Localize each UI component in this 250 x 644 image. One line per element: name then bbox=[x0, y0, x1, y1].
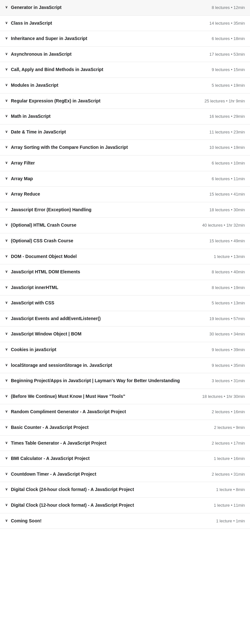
course-section-item[interactable]: ∨ Cookies in javaScript 9 lectures • 39m… bbox=[0, 342, 250, 358]
section-title: JavaScript innerHTML bbox=[11, 285, 58, 291]
section-title: JavaScript Events and addEventListener() bbox=[11, 316, 101, 322]
course-section-item[interactable]: ∨ Regular Expression (RegEx) in JavaScri… bbox=[0, 93, 250, 109]
chevron-icon: ∨ bbox=[5, 99, 8, 103]
course-section-item[interactable]: ∨ (Before We Continue) Must Know | Must … bbox=[0, 389, 250, 405]
section-title: Array Reduce bbox=[11, 191, 40, 197]
course-section-item[interactable]: ∨ JavaScript Events and addEventListener… bbox=[0, 311, 250, 327]
section-left: ∨ Modules in JavaScript bbox=[5, 82, 206, 89]
course-section-item[interactable]: ∨ BMI Calculator - A JavaScript Project … bbox=[0, 451, 250, 467]
course-section-item[interactable]: ∨ Javascript Error (Exception) Handling … bbox=[0, 202, 250, 218]
section-title: Beginning Project/Apps in JavaScript | L… bbox=[11, 378, 180, 384]
section-meta: 40 lectures • 1hr 32min bbox=[202, 223, 245, 228]
section-title: (Before We Continue) Must Know | Must Ha… bbox=[11, 393, 125, 400]
section-left: ∨ Call, Apply and Bind Methods in JavaSc… bbox=[5, 67, 206, 73]
section-meta: 9 lectures • 39min bbox=[212, 347, 245, 352]
section-left: ∨ Regular Expression (RegEx) in JavaScri… bbox=[5, 98, 199, 104]
section-left: ∨ DOM - Document Object Model bbox=[5, 254, 209, 260]
section-left: ∨ Array Filter bbox=[5, 160, 206, 166]
course-section-item[interactable]: ∨ Asynchronous in JavaScript 17 lectures… bbox=[0, 47, 250, 62]
course-section-item[interactable]: ∨ JavaScript innerHTML 8 lectures • 19mi… bbox=[0, 280, 250, 296]
chevron-icon: ∨ bbox=[5, 67, 8, 71]
course-section-item[interactable]: ∨ Basic Counter - A JavaScript Project 2… bbox=[0, 420, 250, 436]
section-title: JavaScript Window Object | BOM bbox=[11, 331, 81, 337]
chevron-icon: ∨ bbox=[5, 145, 8, 149]
chevron-icon: ∨ bbox=[5, 301, 8, 305]
chevron-icon: ∨ bbox=[5, 347, 8, 351]
course-section-item[interactable]: ∨ JavaScript HTML DOM Elements 8 lecture… bbox=[0, 264, 250, 280]
chevron-icon: ∨ bbox=[5, 519, 8, 523]
course-section-item[interactable]: ∨ Math in JavaScript 16 lectures • 29min bbox=[0, 109, 250, 125]
section-meta: 5 lectures • 19min bbox=[212, 83, 245, 88]
section-left: ∨ JavaScript Window Object | BOM bbox=[5, 331, 204, 337]
chevron-icon: ∨ bbox=[5, 254, 8, 258]
chevron-icon: ∨ bbox=[5, 207, 8, 212]
chevron-icon: ∨ bbox=[5, 176, 8, 181]
course-section-item[interactable]: ∨ Array Filter 6 lectures • 10min bbox=[0, 156, 250, 171]
section-meta: 14 lectures • 35min bbox=[209, 21, 245, 26]
section-title: Class in JavaScript bbox=[11, 20, 52, 27]
section-meta: 3 lectures • 31min bbox=[212, 378, 245, 383]
chevron-icon: ∨ bbox=[5, 456, 8, 460]
chevron-icon: ∨ bbox=[5, 363, 8, 367]
section-meta: 25 lectures • 1hr 9min bbox=[204, 99, 245, 103]
section-left: ∨ Array Sorting with the Compare Functio… bbox=[5, 144, 204, 151]
course-section-item[interactable]: ∨ Times Table Generator - A JavaScript P… bbox=[0, 436, 250, 451]
section-left: ∨ Inheritance and Super in JavaScript bbox=[5, 36, 206, 42]
section-left: ∨ Coming Soon! bbox=[5, 518, 211, 524]
section-left: ∨ Random Compliment Generator - A JavaSc… bbox=[5, 409, 206, 415]
section-left: ∨ Digital Clock (24-hour clock format) -… bbox=[5, 487, 211, 493]
course-section-item[interactable]: ∨ Generator in JavaScript 8 lectures • 1… bbox=[0, 0, 250, 16]
section-title: Array Filter bbox=[11, 160, 35, 166]
section-meta: 1 lecture • 16min bbox=[214, 456, 245, 461]
course-section-item[interactable]: ∨ Inheritance and Super in JavaScript 6 … bbox=[0, 31, 250, 47]
course-section-item[interactable]: ∨ JavaScript Window Object | BOM 30 lect… bbox=[0, 326, 250, 342]
section-meta: 8 lectures • 19min bbox=[212, 285, 245, 290]
course-section-item[interactable]: ∨ (Optional) HTML Crash Course 40 lectur… bbox=[0, 218, 250, 233]
course-section-item[interactable]: ∨ Beginning Project/Apps in JavaScript |… bbox=[0, 373, 250, 389]
section-left: ∨ Generator in JavaScript bbox=[5, 4, 206, 11]
course-section-item[interactable]: ∨ Digital Clock (24-hour clock format) -… bbox=[0, 482, 250, 498]
course-section-item[interactable]: ∨ localStorage and sessionStorage in. Ja… bbox=[0, 358, 250, 374]
section-title: Asynchronous in JavaScript bbox=[11, 51, 71, 58]
section-title: Coming Soon! bbox=[11, 518, 42, 524]
section-meta: 10 lectures • 19min bbox=[209, 145, 245, 150]
chevron-icon: ∨ bbox=[5, 472, 8, 476]
chevron-icon: ∨ bbox=[5, 270, 8, 274]
section-title: Digital Clock (12-hour clock format) - A… bbox=[11, 502, 134, 509]
chevron-icon: ∨ bbox=[5, 192, 8, 196]
section-left: ∨ localStorage and sessionStorage in. Ja… bbox=[5, 362, 206, 369]
section-title: Digital Clock (24-hour clock format) - A… bbox=[11, 487, 134, 493]
section-left: ∨ (Before We Continue) Must Know | Must … bbox=[5, 393, 197, 400]
course-section-item[interactable]: ∨ Date & Time in JavaScript 11 lectures … bbox=[0, 125, 250, 140]
course-section-item[interactable]: ∨ Call, Apply and Bind Methods in JavaSc… bbox=[0, 62, 250, 78]
section-left: ∨ Class in JavaScript bbox=[5, 20, 204, 27]
section-left: ∨ Basic Counter - A JavaScript Project bbox=[5, 424, 209, 431]
section-meta: 1 lecture • 11min bbox=[214, 503, 245, 508]
course-section-item[interactable]: ∨ Array Reduce 15 lectures • 41min bbox=[0, 187, 250, 202]
section-title: Call, Apply and Bind Methods in JavaScri… bbox=[11, 67, 103, 73]
course-section-item[interactable]: ∨ Class in JavaScript 14 lectures • 35mi… bbox=[0, 16, 250, 31]
section-title: DOM - Document Object Model bbox=[11, 254, 77, 260]
course-section-item[interactable]: ∨ Modules in JavaScript 5 lectures • 19m… bbox=[0, 78, 250, 93]
section-meta: 1 lecture • 13min bbox=[214, 254, 245, 259]
course-section-item[interactable]: ∨ Array Map 6 lectures • 11min bbox=[0, 171, 250, 187]
section-left: ∨ Countdown Timer - A JavaScript Project bbox=[5, 471, 206, 478]
section-left: ∨ (Optional) CSS Crash Course bbox=[5, 238, 204, 244]
section-title: (Optional) HTML Crash Course bbox=[11, 222, 76, 229]
chevron-icon: ∨ bbox=[5, 285, 8, 289]
section-title: Random Compliment Generator - A JavaScri… bbox=[11, 409, 126, 415]
section-meta: 11 lectures • 23min bbox=[209, 130, 245, 134]
course-section-item[interactable]: ∨ Digital Clock (12-hour clock format) -… bbox=[0, 498, 250, 513]
section-meta: 18 lectures • 30min bbox=[209, 207, 245, 212]
section-title: Javascript Error (Exception) Handling bbox=[11, 207, 91, 213]
course-section-item[interactable]: ∨ Array Sorting with the Compare Functio… bbox=[0, 140, 250, 156]
course-section-item[interactable]: ∨ (Optional) CSS Crash Course 15 lecture… bbox=[0, 233, 250, 249]
chevron-icon: ∨ bbox=[5, 36, 8, 40]
section-left: ∨ Digital Clock (12-hour clock format) -… bbox=[5, 502, 209, 509]
section-title: localStorage and sessionStorage in. Java… bbox=[11, 362, 112, 369]
course-section-item[interactable]: ∨ Coming Soon! 1 lecture • 1min bbox=[0, 513, 250, 529]
course-section-item[interactable]: ∨ Random Compliment Generator - A JavaSc… bbox=[0, 404, 250, 420]
course-section-item[interactable]: ∨ Countdown Timer - A JavaScript Project… bbox=[0, 467, 250, 482]
course-section-item[interactable]: ∨ JavaScript with CSS 5 lectures • 13min bbox=[0, 295, 250, 311]
course-section-item[interactable]: ∨ DOM - Document Object Model 1 lecture … bbox=[0, 249, 250, 265]
